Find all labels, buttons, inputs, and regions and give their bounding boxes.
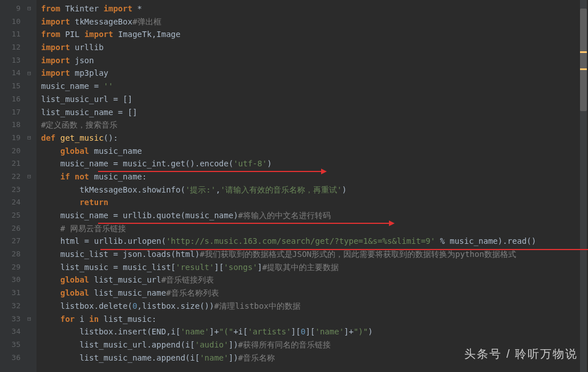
line-number: 22	[7, 170, 21, 183]
line-number: 28	[7, 248, 21, 261]
code-line[interactable]: global list_music_url#音乐链接列表	[41, 273, 588, 287]
line-number: 32	[7, 300, 21, 313]
code-line[interactable]: if not music_name:	[41, 170, 588, 183]
line-number: 10	[7, 15, 21, 28]
annotation-arrow	[100, 249, 588, 250]
line-number: 15	[7, 80, 21, 93]
line-number: 29	[7, 261, 21, 274]
fold-toggle-icon[interactable]: ⊟	[27, 173, 31, 180]
code-line[interactable]: import json	[41, 54, 588, 67]
line-number: 12	[7, 41, 21, 54]
line-number: 20	[7, 145, 21, 158]
line-number: 17	[7, 106, 21, 119]
code-line[interactable]: listbox.delete(0,listbox.size())#清理listb…	[41, 300, 588, 313]
line-number: 26	[7, 222, 21, 235]
line-number: 13	[7, 54, 21, 67]
code-line[interactable]: listbox.insert(END,i['name']+"("+i['arti…	[41, 325, 588, 338]
fold-column: ⊟⊟⊟⊟⊟	[25, 0, 37, 372]
code-line[interactable]: import mp3play	[41, 67, 588, 80]
code-line[interactable]: import urllib	[41, 41, 588, 54]
line-number: 30	[7, 273, 21, 287]
gutter-mark	[580, 51, 587, 53]
line-number: 27	[7, 235, 21, 248]
code-line[interactable]: from PIL import ImageTk,Image	[41, 28, 588, 41]
fold-toggle-icon[interactable]: ⊟	[27, 5, 31, 12]
code-area[interactable]: from Tkinter import *import tkMessageBox…	[37, 0, 588, 372]
code-line[interactable]: music_name = music_int.get().encode('utf…	[41, 157, 588, 170]
watermark-text: 头条号 / 聆听万物说	[464, 346, 578, 362]
line-number: 34	[7, 325, 21, 338]
scrollbar-thumb[interactable]	[580, 9, 587, 111]
line-number: 9	[7, 2, 21, 15]
line-number: 11	[7, 28, 21, 41]
code-line[interactable]: #定义函数，搜索音乐	[41, 118, 588, 132]
code-line[interactable]: def get_music():	[41, 132, 588, 145]
line-number: 19	[7, 132, 21, 145]
fold-toggle-icon[interactable]: ⊟	[27, 70, 31, 77]
line-number: 14	[7, 67, 21, 80]
code-line[interactable]: list_music = music_list['result']['songs…	[41, 261, 588, 274]
annotation-arrow	[98, 223, 390, 224]
line-number: 16	[7, 93, 21, 106]
fold-toggle-icon[interactable]: ⊟	[27, 315, 31, 322]
line-number: 31	[7, 287, 21, 300]
line-number: 25	[7, 209, 21, 222]
line-number: 24	[7, 196, 21, 209]
code-line[interactable]: # 网易云音乐链接	[41, 222, 588, 235]
line-gutter: 9101112131415161718192021222324252627282…	[0, 0, 25, 372]
code-line[interactable]: list_music_url = []	[41, 93, 588, 106]
code-line[interactable]: for i in list_music:	[41, 313, 588, 326]
code-editor: 9101112131415161718192021222324252627282…	[0, 0, 588, 372]
code-line[interactable]: music_name = urllib.quote(music_name)#将输…	[41, 209, 588, 222]
gutter-mark	[580, 68, 587, 70]
code-line[interactable]: import tkMessageBox#弹出框	[41, 15, 588, 28]
code-line[interactable]: global list_music_name#音乐名称列表	[41, 287, 588, 300]
code-line[interactable]: music_name = ''	[41, 80, 588, 93]
line-number: 33	[7, 313, 21, 326]
line-number: 35	[7, 338, 21, 351]
fold-toggle-icon[interactable]: ⊟	[27, 134, 31, 141]
code-line[interactable]: html = urllib.urlopen('http://s.music.16…	[41, 235, 588, 248]
line-number: 18	[7, 118, 21, 132]
line-number: 36	[7, 351, 21, 365]
code-line[interactable]: return	[41, 196, 588, 209]
line-number: 23	[7, 183, 21, 197]
code-line[interactable]: from Tkinter import *	[41, 2, 588, 15]
annotation-arrow	[98, 171, 322, 172]
code-line[interactable]: global music_name	[41, 145, 588, 158]
code-line[interactable]: tkMessageBox.showinfo('提示:','请输入有效的音乐名称，…	[41, 183, 588, 197]
code-line[interactable]: list_music_name = []	[41, 106, 588, 119]
line-number: 21	[7, 157, 21, 170]
